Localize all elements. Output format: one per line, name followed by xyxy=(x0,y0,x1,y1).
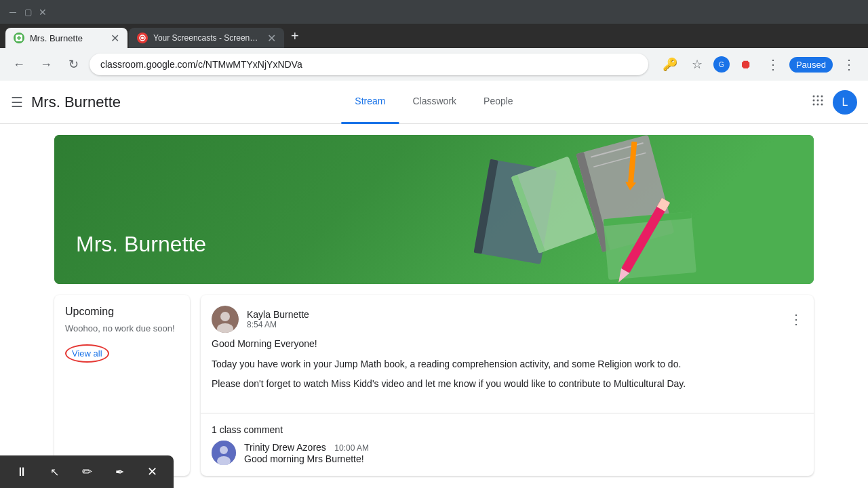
tab-classwork[interactable]: Classwork xyxy=(399,81,470,124)
paused-button[interactable]: Paused xyxy=(789,57,833,73)
hamburger-menu[interactable]: ☰ xyxy=(11,94,23,110)
upcoming-card: Upcoming Woohoo, no work due soon! View … xyxy=(54,295,190,476)
app: ☰ Mrs. Burnette Stream Classwork People … xyxy=(0,81,868,488)
comment-time: 10:00 AM xyxy=(334,443,369,453)
new-tab-button[interactable]: + xyxy=(285,28,304,44)
address-bar[interactable]: classroom.google.com/c/NTMwMTYxNjYxNDVa xyxy=(90,54,648,75)
post-divider xyxy=(201,413,814,413)
svg-point-8 xyxy=(812,100,814,102)
app-header: ☰ Mrs. Burnette Stream Classwork People … xyxy=(0,81,868,124)
key-icon[interactable]: 🔑 xyxy=(659,54,681,75)
forward-button[interactable]: → xyxy=(35,54,57,75)
screencast-cursor-button[interactable]: ↖ xyxy=(43,461,65,483)
svg-point-34 xyxy=(220,446,228,454)
post-menu-button[interactable]: ⋮ xyxy=(789,311,803,327)
paused-label: Paused xyxy=(796,60,826,70)
comment-content: Trinity Drew Azores 10:00 AM Good mornin… xyxy=(244,441,369,464)
svg-point-12 xyxy=(816,104,818,106)
screencast-pen-button[interactable]: ✏ xyxy=(76,461,98,483)
user-avatar[interactable]: L xyxy=(833,90,857,115)
comment-text: Good morning Mrs Burnette! xyxy=(244,453,369,464)
hero-illustration xyxy=(396,135,814,284)
tab-close-1[interactable]: ✕ xyxy=(111,32,119,45)
tab-people[interactable]: People xyxy=(470,81,527,124)
svg-point-5 xyxy=(812,96,814,98)
tab-mrs-burnette[interactable]: Mrs. Burnette ✕ xyxy=(5,28,127,48)
tab-title-2: Your Screencasts - Screencastify xyxy=(153,33,262,43)
svg-point-10 xyxy=(821,100,823,102)
tab-favicon-2 xyxy=(137,33,148,43)
svg-point-7 xyxy=(821,96,823,98)
maximize-button[interactable]: ▢ xyxy=(23,7,33,17)
toolbar-icons: 🔑 ☆ G ⏺ ⋮ Paused ⋮ xyxy=(659,54,860,75)
hero-banner: Mrs. Burnette xyxy=(54,135,814,284)
app-title: Mrs. Burnette xyxy=(31,94,121,111)
upcoming-title: Upcoming xyxy=(65,306,179,318)
svg-point-13 xyxy=(821,104,823,106)
profile-icon[interactable]: G xyxy=(713,56,730,73)
post-text-1: Today you have work in your Jump Math bo… xyxy=(212,357,803,371)
svg-point-9 xyxy=(816,100,818,102)
hero-title: Mrs. Burnette xyxy=(76,232,206,257)
comment-author: Trinity Drew Azores xyxy=(244,442,326,453)
post-author-info: Kayla Burnette 8:54 AM xyxy=(247,309,309,329)
svg-point-2 xyxy=(141,37,144,39)
back-button[interactable]: ← xyxy=(8,54,30,75)
svg-text:G: G xyxy=(719,61,724,68)
close-button[interactable]: ✕ xyxy=(38,7,47,17)
tab-screencastify[interactable]: Your Screencasts - Screencastify ✕ xyxy=(129,28,284,48)
extension-icon[interactable]: ⏺ xyxy=(735,54,757,75)
google-apps-icon[interactable] xyxy=(811,94,825,110)
url-text: classroom.google.com/c/NTMwMTYxNjYxNDVa xyxy=(100,59,302,70)
post-header: Kayla Burnette 8:54 AM ⋮ xyxy=(201,295,814,338)
view-all-button[interactable]: View all xyxy=(65,344,109,363)
menu-icon[interactable]: ⋮ xyxy=(762,54,784,75)
hero-background: Mrs. Burnette xyxy=(54,135,814,284)
comment-count: 1 class comment xyxy=(201,419,814,441)
comment-avatar xyxy=(212,441,236,465)
view-all-label: View all xyxy=(65,344,109,363)
star-icon[interactable]: ☆ xyxy=(686,54,708,75)
screencast-marker-button[interactable]: ✒ xyxy=(108,461,130,483)
post-text-2: Please don't forget to watch Miss Kidd's… xyxy=(212,377,803,391)
tab-close-2[interactable]: ✕ xyxy=(267,32,276,45)
post-time: 8:54 AM xyxy=(247,320,309,329)
upcoming-empty-text: Woohoo, no work due soon! xyxy=(65,323,179,333)
screencast-toolbar: ⏸ ↖ ✏ ✒ ✕ xyxy=(0,455,174,488)
tab-stream[interactable]: Stream xyxy=(341,81,399,124)
comment-section: Trinity Drew Azores 10:00 AM Good mornin… xyxy=(201,441,814,476)
svg-point-6 xyxy=(816,96,818,98)
screencast-close-button[interactable]: ✕ xyxy=(141,461,163,483)
post-author-name: Kayla Burnette xyxy=(247,309,309,320)
svg-point-11 xyxy=(812,104,814,106)
reload-button[interactable]: ↻ xyxy=(62,54,84,75)
post-body: Good Morning Everyone! Today you have wo… xyxy=(201,338,814,407)
browser-titlebar: ─ ▢ ✕ xyxy=(0,0,868,24)
tab-bar: Mrs. Burnette ✕ Your Screencasts - Scree… xyxy=(0,24,868,48)
post-greeting: Good Morning Everyone! xyxy=(212,338,803,349)
more-icon[interactable]: ⋮ xyxy=(838,54,860,75)
svg-point-31 xyxy=(220,312,230,321)
screencast-pause-button[interactable]: ⏸ xyxy=(11,461,33,483)
post-card: Kayla Burnette 8:54 AM ⋮ Good Morning Ev… xyxy=(201,295,814,476)
tab-favicon-1 xyxy=(14,33,24,43)
tab-title-1: Mrs. Burnette xyxy=(30,33,83,43)
nav-tabs: Stream Classwork People xyxy=(341,81,526,124)
minimize-button[interactable]: ─ xyxy=(8,7,18,17)
header-right: L xyxy=(811,90,857,115)
address-bar-row: ← → ↻ classroom.google.com/c/NTMwMTYxNjY… xyxy=(0,48,868,81)
main-content: Mrs. Burnette xyxy=(0,124,868,488)
post-author-avatar xyxy=(212,306,239,333)
